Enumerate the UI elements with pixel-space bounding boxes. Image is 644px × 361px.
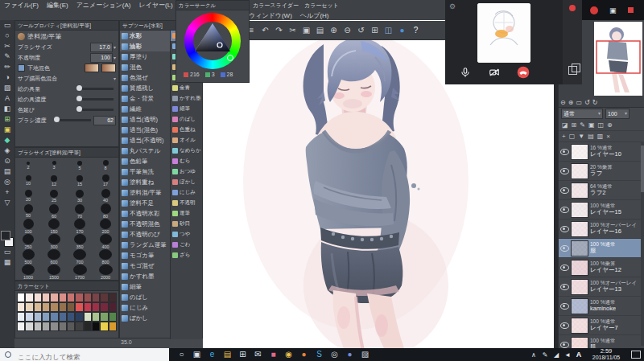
command-button[interactable]: ↺ <box>354 24 368 37</box>
slider-track[interactable] <box>57 119 91 121</box>
taskbar-app-icon[interactable]: ● <box>296 348 312 361</box>
color-swatch[interactable] <box>42 302 50 312</box>
navigator-control-button[interactable]: ⊕ <box>568 99 574 106</box>
brush-size-cell[interactable]: 1700 <box>67 265 93 280</box>
command-button[interactable]: ✂ <box>286 24 299 37</box>
taskbar-clock[interactable]: 2:59 2018/11/05 <box>584 348 628 360</box>
brush-size-cell[interactable]: 8 <box>93 158 118 173</box>
brush-size-cell[interactable]: 20 <box>15 188 41 203</box>
color-swatch[interactable] <box>59 293 67 302</box>
taskbar-app-icon[interactable]: ▤ <box>220 348 235 361</box>
color-swatch[interactable] <box>59 312 67 322</box>
slider-track[interactable] <box>80 98 114 101</box>
layer-row[interactable]: 100 %オーバーレイ レイヤー16 <box>559 219 644 239</box>
layer-tool-icon[interactable]: ⊞ <box>572 121 577 129</box>
subtool-item[interactable]: ぼかし <box>120 313 170 323</box>
subtool-item[interactable]: 丸パステル <box>120 146 170 156</box>
current-subtool[interactable]: 塗料混/平筆 <box>15 31 118 42</box>
search-input[interactable] <box>0 351 169 361</box>
color-swatch[interactable] <box>100 302 108 312</box>
visibility-eye-icon[interactable] <box>560 303 569 310</box>
brush-size-cell[interactable]: 170 <box>67 219 93 234</box>
menu-item[interactable]: ファイル(F) <box>0 1 43 10</box>
tray-icon[interactable]: ✎ <box>539 351 551 359</box>
subtool-mini-item[interactable]: つや <box>171 229 202 240</box>
sv-triangle[interactable] <box>184 13 241 69</box>
color-swatch[interactable] <box>25 293 33 302</box>
brush-size-cell[interactable]: 30 <box>67 188 93 203</box>
checkbox-checked[interactable] <box>18 64 25 72</box>
color-swatch[interactable] <box>75 322 83 331</box>
color-swatch[interactable] <box>59 302 67 312</box>
color-swatch[interactable] <box>17 293 25 302</box>
camera-button[interactable] <box>485 64 503 81</box>
color-swatch[interactable] <box>84 322 92 331</box>
brush-size-cell[interactable]: 5 <box>67 158 93 173</box>
layer-row[interactable]: 100 %乗算 レイヤー12 <box>559 258 644 277</box>
color-swatch[interactable] <box>84 312 92 322</box>
slider-row[interactable]: 色延び <box>15 105 118 115</box>
subtool-item[interactable]: かすれ墨 <box>120 271 170 281</box>
shared-sketch-thumbnail[interactable] <box>477 3 530 63</box>
subtool-item[interactable]: 繊維 <box>120 104 170 114</box>
brush-size-cell[interactable]: 500 <box>15 249 41 265</box>
layer-thumbnail[interactable] <box>571 260 588 276</box>
taskbar-app-icon[interactable]: S <box>312 348 327 361</box>
layer-row[interactable]: 64 %通常 ラフ2 <box>559 181 644 200</box>
command-button[interactable]: ↷ <box>272 24 286 37</box>
slider-row[interactable]: 絵の具濃度 <box>15 94 118 105</box>
slider-track[interactable] <box>80 88 114 90</box>
layer-thumbnail[interactable] <box>571 144 588 160</box>
brush-size-cell[interactable]: 15 <box>67 173 93 188</box>
foreground-color-chip[interactable] <box>1 231 10 240</box>
subtool-item[interactable]: 適当(混色) <box>120 125 170 135</box>
subtool-item[interactable]: モゴ混ぜ <box>120 260 170 271</box>
tray-icon[interactable]: ◄ <box>562 351 573 359</box>
tool-icon[interactable]: ▽ <box>0 198 14 208</box>
tool-icon[interactable]: A <box>0 93 14 104</box>
menu-item[interactable]: ヘルプ(H) <box>296 11 333 20</box>
color-swatch[interactable] <box>17 302 25 312</box>
density-row[interactable]: ブラシ濃度 62 <box>15 115 118 125</box>
ime-indicator[interactable]: A <box>573 351 584 359</box>
brush-size-cell[interactable]: 250 <box>15 234 41 249</box>
color-chips[interactable] <box>1 231 14 247</box>
visibility-eye-icon[interactable] <box>560 187 569 194</box>
tab-color-set[interactable]: カラーセット <box>304 2 339 10</box>
visibility-eye-icon[interactable] <box>560 168 569 174</box>
layer-tool-icon[interactable]: ▢ <box>569 133 576 140</box>
tool-icon[interactable]: ◈ <box>0 146 14 156</box>
color-swatch[interactable] <box>75 293 83 302</box>
subtool-mini-item[interactable]: おつゆ <box>171 166 202 177</box>
tool-icon[interactable]: ◑ <box>0 72 14 83</box>
layer-thumbnail[interactable] <box>571 240 588 256</box>
tool-icon[interactable]: ◎ <box>0 177 14 187</box>
taskbar-app-icon[interactable]: ◎ <box>327 348 342 361</box>
subtool-item[interactable]: 細筆 <box>120 281 170 292</box>
tool-icon[interactable]: ▭ <box>0 247 14 257</box>
layer-row[interactable]: 100 %オーバーレイ レイヤー13 <box>559 277 644 297</box>
visibility-eye-icon[interactable] <box>560 265 569 271</box>
subtool-item[interactable]: 平筆無洗 <box>120 166 170 177</box>
blend-mode-dropdown[interactable]: 通常▾ <box>561 109 603 119</box>
navigator-control-button[interactable]: ▭ <box>576 99 582 106</box>
brush-size-cell[interactable]: 800 <box>93 249 118 265</box>
brush-size-cell[interactable]: 200 <box>93 219 118 234</box>
subtool-item[interactable]: 適当(透明) <box>120 114 170 125</box>
layer-row[interactable]: 100 %通常 kaminoke <box>559 297 644 316</box>
screen-share-icon[interactable] <box>568 66 577 75</box>
tool-icon[interactable]: + <box>0 187 14 198</box>
menu-item[interactable]: 編集(E) <box>43 1 72 10</box>
action-center-button[interactable] <box>628 351 644 359</box>
taskbar-app-icon[interactable]: ⊞ <box>235 348 250 361</box>
layer-tool-icon[interactable]: ◫ <box>598 121 605 129</box>
layer-tool-icon[interactable]: ⊕ <box>607 121 613 129</box>
color-wheel[interactable] <box>184 13 241 69</box>
menu-item[interactable]: ウィンドウ(W) <box>245 11 296 20</box>
mic-button[interactable] <box>456 64 474 81</box>
tool-icon[interactable]: ▦ <box>0 257 14 268</box>
color-swatch[interactable] <box>67 293 75 302</box>
visibility-eye-icon[interactable] <box>560 342 569 348</box>
subtool-mini-item[interactable]: 金青 <box>171 83 202 93</box>
subtool-item[interactable]: 不透明のび <box>120 229 170 240</box>
